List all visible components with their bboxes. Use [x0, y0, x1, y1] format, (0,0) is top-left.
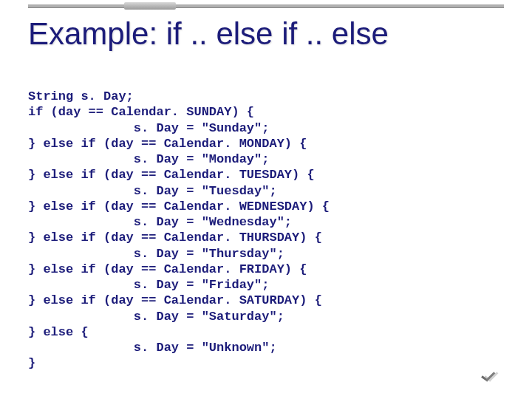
checkmark-icon: [482, 372, 495, 383]
slide-title: Example: if .. else if .. else: [28, 16, 389, 52]
slide: Example: if .. else if .. else String s.…: [0, 0, 532, 399]
decorative-rule: [28, 4, 504, 7]
code-block: String s. Day; if (day == Calendar. SUND…: [28, 89, 504, 372]
